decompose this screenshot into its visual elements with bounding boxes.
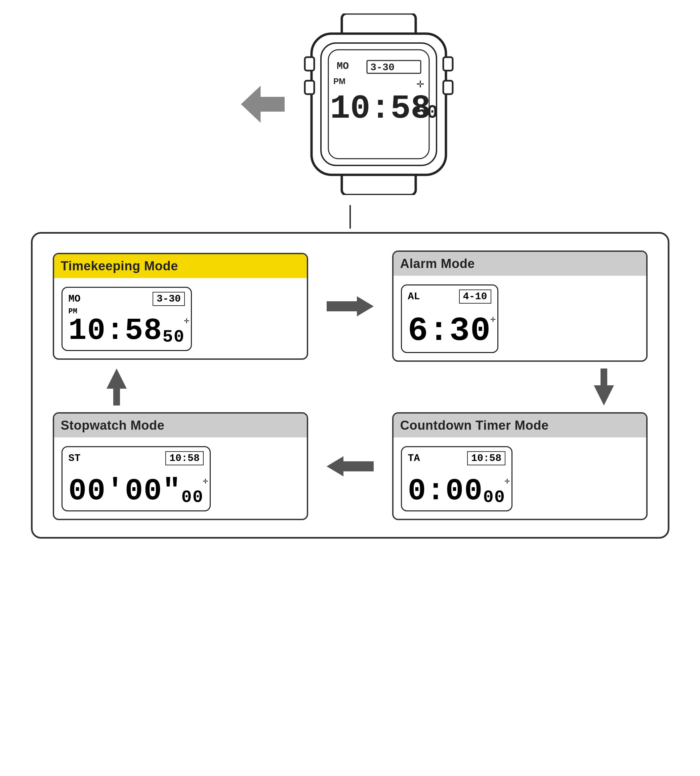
alarm-label: AL: [408, 291, 420, 302]
timekeeping-compass-icon: ✛: [184, 316, 190, 325]
countdown-main-time: 0:00 00 ✛: [408, 476, 505, 506]
countdown-screen: TA 10:58 0:00 00 ✛: [393, 437, 646, 519]
stopwatch-screen: ST 10:58 00'00" 00 ✛: [54, 437, 307, 519]
stopwatch-label: ST: [68, 452, 81, 464]
alarm-mode-header: Alarm Mode: [393, 252, 646, 276]
countdown-label: TA: [408, 452, 420, 464]
svg-marker-20: [327, 456, 374, 476]
connector: [348, 205, 352, 229]
alarm-main-time: 6:30 ✛: [408, 314, 491, 348]
stopwatch-mode-header: Stopwatch Mode: [54, 414, 307, 437]
timekeeping-date: 3-30: [153, 292, 185, 306]
alarm-mode-box: Alarm Mode AL 4-10 6:30 ✛: [392, 250, 648, 362]
timekeeping-to-alarm-arrow: [323, 296, 377, 316]
countdown-seconds: 00: [483, 489, 505, 506]
mode-diagram: Timekeeping Mode MO 3-30 PM 10:58 50 ✛: [31, 232, 669, 539]
timekeeping-seconds: 50: [163, 329, 185, 346]
timekeeping-top-row: MO 3-30: [68, 292, 185, 306]
countdown-title: Countdown Timer Mode: [400, 418, 549, 432]
countdown-lcd: TA 10:58 0:00 00 ✛: [401, 446, 512, 511]
left-arrow-svg: [327, 456, 374, 476]
countdown-to-stopwatch-arrow: [323, 456, 377, 476]
timekeeping-mode-header: Timekeeping Mode: [54, 254, 307, 278]
svg-text:3-30: 3-30: [370, 62, 395, 73]
timekeeping-title: Timekeeping Mode: [61, 259, 178, 273]
stopwatch-date: 10:58: [165, 451, 203, 466]
countdown-mode-box: Countdown Timer Mode TA 10:58 0:00 00 ✛: [392, 412, 648, 520]
svg-rect-6: [305, 81, 314, 94]
alarm-time: 6:30: [408, 314, 491, 348]
alarm-screen: AL 4-10 6:30 ✛: [393, 276, 646, 360]
svg-marker-19: [594, 369, 614, 406]
bottom-mode-row: Stopwatch Mode ST 10:58 00'00" 00 ✛: [53, 412, 648, 520]
timekeeping-screen: MO 3-30 PM 10:58 50 ✛: [54, 278, 307, 359]
alarm-date: 4-10: [459, 289, 491, 304]
countdown-time: 0:00: [408, 476, 483, 506]
svg-marker-18: [107, 369, 127, 406]
stopwatch-top-row: ST 10:58: [68, 451, 203, 466]
stopwatch-lcd: ST 10:58 00'00" 00 ✛: [62, 446, 211, 511]
countdown-top-row: TA 10:58: [408, 451, 505, 466]
svg-rect-5: [305, 57, 314, 71]
countdown-mode-header: Countdown Timer Mode: [393, 414, 646, 437]
svg-marker-17: [327, 296, 374, 316]
timekeeping-main-time: 10:58 50 ✛: [68, 316, 185, 346]
timekeeping-mode-box: Timekeeping Mode MO 3-30 PM 10:58 50 ✛: [53, 253, 308, 360]
watch-svg: MO 3-30 PM 10:58 50 ✛: [298, 13, 459, 195]
watch-section: MO 3-30 PM 10:58 50 ✛: [241, 13, 459, 195]
stopwatch-title: Stopwatch Mode: [61, 418, 165, 432]
countdown-date: 10:58: [467, 451, 505, 466]
timekeeping-lcd: MO 3-30 PM 10:58 50 ✛: [62, 287, 192, 351]
stopwatch-main-time: 00'00" 00 ✛: [68, 476, 203, 506]
alarm-top-row: AL 4-10: [408, 289, 491, 304]
svg-rect-16: [350, 205, 351, 229]
svg-text:✛: ✛: [417, 79, 424, 89]
stopwatch-time: 00'00": [68, 476, 182, 506]
up-arrow-svg: [107, 369, 127, 406]
stopwatch-compass-icon: ✛: [203, 477, 209, 486]
top-mode-row: Timekeeping Mode MO 3-30 PM 10:58 50 ✛: [53, 250, 648, 362]
svg-text:50: 50: [416, 102, 438, 123]
svg-rect-7: [443, 57, 453, 71]
svg-rect-8: [443, 81, 453, 94]
middle-arrows: [53, 362, 648, 412]
right-arrow-svg: [327, 296, 374, 316]
down-arrow-svg: [594, 369, 614, 406]
timekeeping-time: 10:58: [68, 316, 163, 346]
alarm-title: Alarm Mode: [400, 257, 475, 271]
stopwatch-seconds: 00: [182, 489, 203, 506]
watch-diagram: MO 3-30 PM 10:58 50 ✛: [298, 13, 459, 195]
connector-svg: [348, 205, 352, 229]
countdown-compass-icon: ✛: [504, 477, 510, 486]
left-arrow-icon: [241, 86, 285, 123]
stopwatch-mode-box: Stopwatch Mode ST 10:58 00'00" 00 ✛: [53, 412, 308, 520]
timekeeping-label: MO: [68, 293, 81, 305]
alarm-compass-icon: ✛: [490, 315, 497, 324]
svg-text:PM: PM: [333, 77, 345, 86]
alarm-lcd: AL 4-10 6:30 ✛: [401, 284, 498, 353]
svg-text:MO: MO: [337, 60, 349, 72]
